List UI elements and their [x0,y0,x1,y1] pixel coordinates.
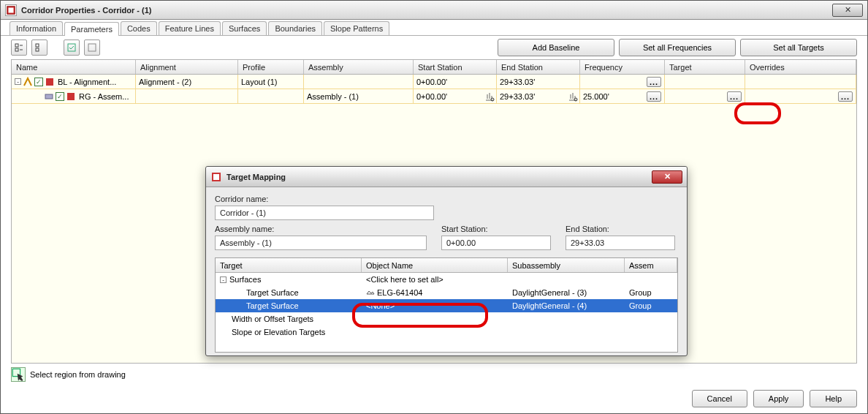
station-picker-icon[interactable] [484,91,495,102]
baseline-checkbox[interactable] [34,78,43,86]
dialog-title: Target Mapping [226,173,652,181]
col-profile[interactable]: Profile [238,60,304,74]
cell-end-station: 29+33.03' [500,92,535,101]
col-end-station[interactable]: End Station [497,60,580,74]
tab-surfaces[interactable]: Surfaces [222,21,267,35]
grid-row-region[interactable]: RG - Assem... Assembly - (1) 0+00.00' 29… [12,89,856,104]
toolbar: Add Baseline Set all Frequencies Set all… [1,36,867,59]
set-all-targets-button[interactable]: Set all Targets [740,39,857,56]
cell-name: RG - Assem... [79,92,129,101]
tm-surfaces-node[interactable]: -Surfaces <Click here to set all> [216,273,677,286]
titlebar: Corridor Properties - Corridor - (1) ✕ [1,1,867,20]
collapse-all-button[interactable] [31,39,47,56]
svg-rect-5 [36,48,39,51]
apply-button[interactable]: Apply [753,390,804,407]
window-title: Corridor Properties - Corridor - (1) [21,6,829,15]
cell-frequency: 25.000' [583,92,647,101]
svg-rect-15 [213,174,219,180]
cell-alignment: Alignment - (2) [139,78,191,86]
tm-col-subassembly[interactable]: Subassembly [508,258,625,272]
app-icon [5,4,17,16]
col-alignment[interactable]: Alignment [136,60,238,74]
tm-width-targets-node[interactable]: Width or Offset Targets [216,312,677,325]
tab-information[interactable]: Information [9,21,63,35]
station-picker-icon[interactable] [568,91,578,102]
frequency-ellipsis-button[interactable]: ... [647,91,661,102]
surface-icon [366,288,375,297]
svg-rect-10 [67,93,75,100]
tab-boundaries[interactable]: Boundaries [268,21,322,35]
target-ellipsis-button[interactable]: ... [727,91,742,102]
tm-col-assembly[interactable]: Assem [625,258,677,272]
end-station-field: 29+33.03 [566,236,675,250]
svg-rect-6 [68,44,75,51]
col-frequency[interactable]: Frequency [580,60,665,74]
tm-row-selected[interactable]: Target Surface <None> DaylightGeneral - … [216,299,677,312]
grid-header: Name Alignment Profile Assembly Start St… [12,60,856,75]
svg-rect-3 [15,48,18,51]
dialog-close-button[interactable]: ✕ [652,170,682,184]
add-baseline-button[interactable]: Add Baseline [498,39,614,56]
app-small-icon [45,77,55,87]
end-station-label: End Station: [566,225,675,233]
set-all-frequencies-button[interactable]: Set all Frequencies [619,39,736,56]
close-button[interactable]: ✕ [832,4,863,17]
cell-name: BL - Alignment... [58,78,116,86]
tm-col-target[interactable]: Target [216,258,362,272]
help-button[interactable]: Help [810,390,857,407]
tm-slope-targets-node[interactable]: Slope or Elevation Targets [216,325,677,339]
svg-rect-1 [9,7,14,12]
svg-rect-7 [88,44,96,51]
target-mapping-grid: Target Object Name Subassembly Assem -Su… [215,257,678,353]
target-mapping-dialog: Target Mapping ✕ Corridor name: Corridor… [205,166,688,356]
tab-feature-lines[interactable]: Feature Lines [159,21,221,35]
expand-all-button[interactable] [11,39,27,56]
svg-rect-9 [45,94,53,99]
cell-end-station: 29+33.03' [500,78,535,86]
corridor-name-label: Corridor name: [215,195,678,203]
region-checkbox[interactable] [56,92,64,101]
region-icon [44,91,54,102]
app-small-icon [66,91,76,102]
col-assembly[interactable]: Assembly [304,60,414,74]
cancel-button[interactable]: Cancel [692,390,747,407]
select-region-icon[interactable] [11,367,26,382]
tab-codes[interactable]: Codes [121,21,157,35]
cell-start-station: 0+00.00' [416,92,447,101]
grid-row-baseline[interactable]: - BL - Alignment... Alignment - (2) Layo… [12,75,856,89]
col-name[interactable]: Name [12,60,136,74]
dialog-buttons: Cancel Apply Help [692,390,857,407]
bottom-bar: Select region from drawing [1,364,867,385]
col-overrides[interactable]: Overrides [745,60,856,74]
override-ellipsis-button[interactable]: ... [838,91,853,102]
tab-slope-patterns[interactable]: Slope Patterns [324,21,389,35]
tm-col-object[interactable]: Object Name [362,258,508,272]
cell-profile: Layout (1) [241,78,278,86]
cell-assembly: Assembly - (1) [307,92,359,101]
svg-rect-2 [15,44,18,47]
tree-collapse-icon[interactable]: - [220,276,226,283]
uncheck-all-button[interactable] [84,39,100,56]
dialog-icon [210,171,222,183]
start-station-label: Start Station: [441,225,551,233]
select-region-label: Select region from drawing [30,370,126,379]
corridor-name-field: Corridor - (1) [215,206,434,220]
tm-row[interactable]: Target Surface ELG-641404 DaylightGenera… [216,286,677,299]
svg-rect-4 [36,44,39,47]
tm-header: Target Object Name Subassembly Assem [216,258,677,273]
col-target[interactable]: Target [665,60,745,74]
dialog-titlebar: Target Mapping ✕ [206,167,687,187]
frequency-ellipsis-button[interactable]: ... [647,77,661,87]
click-to-set-all[interactable]: <Click here to set all> [366,275,443,284]
tab-parameters[interactable]: Parameters [64,22,119,36]
tab-bar: Information Parameters Codes Feature Lin… [1,20,867,36]
col-start-station[interactable]: Start Station [414,60,497,74]
svg-rect-8 [46,78,53,86]
assembly-name-field: Assembly - (1) [215,236,427,250]
check-all-button[interactable] [64,39,80,56]
start-station-field: 0+00.00 [441,236,551,250]
baseline-icon [23,77,33,87]
cell-start-station: 0+00.00' [416,78,447,86]
assembly-name-label: Assembly name: [215,225,427,233]
tree-collapse-icon[interactable]: - [15,78,21,85]
